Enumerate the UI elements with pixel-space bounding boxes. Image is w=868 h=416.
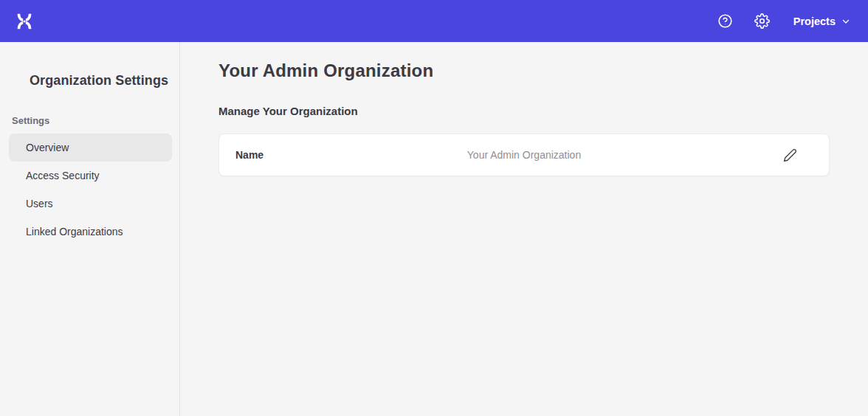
section-title: Manage Your Organization <box>218 105 830 117</box>
sidebar: Organization Settings Settings Overview … <box>0 42 180 416</box>
page-title: Your Admin Organization <box>218 60 830 81</box>
name-label: Name <box>235 149 467 161</box>
top-navigation-bar: Projects <box>0 0 868 42</box>
mendix-logo-icon[interactable] <box>15 12 34 31</box>
gear-icon[interactable] <box>749 8 776 35</box>
organization-name-value: Your Admin Organization <box>467 149 581 161</box>
sidebar-section-label: Settings <box>12 115 179 126</box>
help-icon[interactable] <box>712 8 739 35</box>
chevron-down-icon <box>841 17 850 26</box>
sidebar-item-users[interactable]: Users <box>9 190 172 218</box>
projects-label: Projects <box>793 15 836 27</box>
sidebar-item-linked-organizations[interactable]: Linked Organizations <box>9 218 172 246</box>
sidebar-nav: Overview Access Security Users Linked Or… <box>0 134 179 246</box>
main-content: Your Admin Organization Manage Your Orga… <box>180 42 868 416</box>
sidebar-title: Organization Settings <box>0 73 179 89</box>
projects-menu[interactable]: Projects <box>793 15 850 27</box>
organization-name-row: Name Your Admin Organization <box>218 134 830 176</box>
sidebar-item-overview[interactable]: Overview <box>9 134 172 162</box>
edit-name-button[interactable] <box>777 142 802 167</box>
sidebar-item-access-security[interactable]: Access Security <box>9 162 172 190</box>
pencil-icon <box>783 148 797 162</box>
